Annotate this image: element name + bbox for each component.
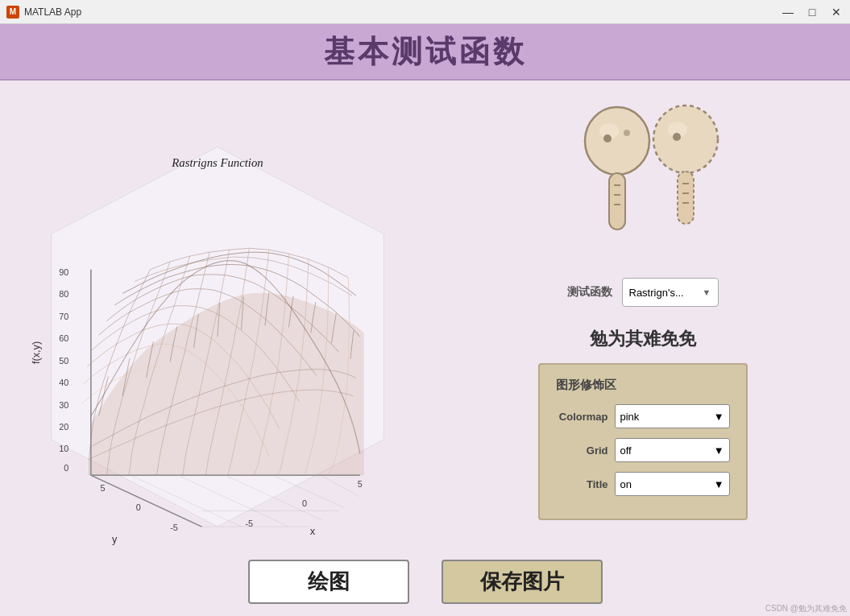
bottom-buttons: 绘图 保存图片	[0, 560, 850, 604]
content-area: Rastrigns Function f(x,y) 0 10 20 30 40 …	[0, 81, 850, 616]
watermark: CSDN @勉为其难免免	[765, 603, 847, 614]
svg-rect-46	[678, 172, 694, 224]
svg-text:30: 30	[59, 399, 68, 409]
colormap-row: Colormap pink ▼	[556, 404, 730, 428]
colormap-label: Colormap	[556, 411, 608, 423]
grid-row: Grid off ▼	[556, 438, 730, 462]
svg-point-43	[653, 105, 718, 173]
airpods-illustration	[554, 101, 732, 262]
svg-line-31	[321, 475, 360, 497]
title-opt-value: on	[620, 478, 632, 490]
title-opt-label: Title	[556, 478, 608, 490]
app-title: MATLAB App	[24, 6, 81, 18]
svg-text:10: 10	[59, 443, 68, 453]
svg-text:60: 60	[59, 333, 68, 343]
decoration-box-title: 图形修饰区	[556, 378, 730, 393]
function-dropdown-value: Rastrign's...	[629, 287, 684, 299]
grid-value: off	[620, 444, 632, 457]
maximize-button[interactable]: □	[805, 6, 819, 19]
window-controls: — □ ✕	[781, 6, 844, 19]
title-opt-arrow: ▼	[714, 478, 724, 490]
grid-arrow: ▼	[714, 444, 724, 457]
chart-area: Rastrigns Function f(x,y) 0 10 20 30 40 …	[8, 89, 427, 608]
svg-text:y: y	[112, 532, 118, 544]
svg-text:Rastrigns Function: Rastrigns Function	[171, 156, 263, 169]
decoration-box: 图形修饰区 Colormap pink ▼ Grid off ▼ Title	[538, 363, 748, 520]
plot-button[interactable]: 绘图	[248, 560, 409, 604]
svg-text:0: 0	[64, 463, 68, 473]
minimize-button[interactable]: —	[781, 6, 795, 19]
function-dropdown-arrow: ▼	[703, 287, 711, 297]
title-opt-select[interactable]: on ▼	[615, 472, 730, 496]
svg-rect-39	[609, 173, 625, 229]
title-bar: M MATLAB App — □ ✕	[0, 0, 850, 24]
grid-label: Grid	[556, 444, 608, 457]
function-chart: Rastrigns Function f(x,y) 0 10 20 30 40 …	[16, 123, 419, 574]
svg-text:5: 5	[101, 482, 106, 492]
colormap-value: pink	[620, 411, 640, 423]
svg-point-35	[585, 107, 649, 175]
right-panel: 测试函数 Rastrign's... ▼ 勉为其难免免 图形修饰区 Colorm…	[435, 89, 842, 608]
function-selector-label: 测试函数	[567, 285, 612, 300]
svg-text:5: 5	[358, 478, 363, 488]
colormap-select[interactable]: pink ▼	[615, 404, 730, 428]
grid-select[interactable]: off ▼	[615, 438, 730, 462]
svg-text:x: x	[310, 524, 316, 536]
page-title: 基本测试函数	[324, 31, 527, 72]
svg-text:f(x,y): f(x,y)	[30, 341, 42, 363]
title-row: Title on ▼	[556, 472, 730, 496]
svg-text:40: 40	[59, 378, 68, 387]
svg-text:70: 70	[59, 311, 68, 320]
function-dropdown[interactable]: Rastrign's... ▼	[622, 278, 719, 307]
app-icon: M	[6, 6, 19, 19]
slogan-text: 勉为其难免免	[590, 327, 696, 351]
save-button[interactable]: 保存图片	[442, 560, 603, 604]
svg-point-45	[673, 133, 681, 141]
svg-text:80: 80	[59, 289, 68, 299]
svg-point-37	[603, 134, 612, 143]
colormap-arrow: ▼	[714, 411, 724, 423]
main-header: 基本测试函数	[0, 24, 850, 81]
svg-text:-5: -5	[170, 522, 178, 531]
close-button[interactable]: ✕	[829, 6, 844, 19]
svg-point-38	[624, 130, 630, 136]
function-selector: 测试函数 Rastrign's... ▼	[451, 278, 834, 307]
svg-line-30	[273, 475, 360, 515]
svg-text:50: 50	[59, 355, 68, 365]
svg-text:20: 20	[59, 422, 68, 432]
svg-text:90: 90	[59, 267, 68, 276]
svg-text:0: 0	[136, 502, 141, 512]
svg-text:0: 0	[302, 498, 307, 508]
